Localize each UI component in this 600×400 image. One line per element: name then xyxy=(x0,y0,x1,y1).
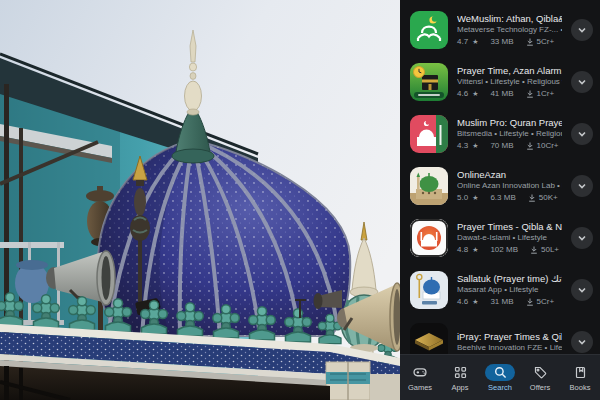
app-title: Prayer Times - Qibla & Namaz xyxy=(457,221,562,232)
screenshot-root: WeMuslim: Athan, Qibla&Quran Metaverse T… xyxy=(0,0,600,400)
nav-label: Search xyxy=(488,383,512,392)
downloads-icon xyxy=(530,246,538,254)
star-icon: ★ xyxy=(472,193,478,203)
app-list-item[interactable]: iPray: Prayer Times & Qibla Beehive Inno… xyxy=(400,316,600,354)
app-downloads: 10Cr+ xyxy=(537,141,559,151)
apps-grid-icon xyxy=(445,364,475,381)
app-title: WeMuslim: Athan, Qibla&Quran xyxy=(457,13,562,24)
app-size: 33 MB xyxy=(490,37,513,47)
app-subtitle: Dawat-e-Islami • Lifestyle xyxy=(457,233,562,243)
app-subtitle: Metaverse Technology FZ-... • Lifestyle xyxy=(457,25,562,35)
muslim-pro-red-mosque-icon xyxy=(410,115,448,153)
app-stats: 5.0★ 6.3 MB 50K+ xyxy=(457,193,562,203)
expand-chevron-button[interactable] xyxy=(571,227,593,249)
star-icon: ★ xyxy=(472,245,478,255)
gamepad-icon xyxy=(405,364,435,381)
app-stats: 4.6★ 41 MB 1Cr+ xyxy=(457,89,562,99)
search-icon xyxy=(485,364,515,381)
app-title: Prayer Time, Azan Alarm, Qibla xyxy=(457,65,562,76)
app-downloads: 5Cr+ xyxy=(537,37,555,47)
app-downloads: 1Cr+ xyxy=(537,89,555,99)
app-downloads: 50K+ xyxy=(539,193,558,203)
app-subtitle: Masarat App • Lifestyle xyxy=(457,285,562,295)
app-list-item[interactable]: Sallatuk (Prayer time) صلاتك Masarat App… xyxy=(400,264,600,316)
app-size: 6.3 MB xyxy=(490,193,515,203)
nav-label: Books xyxy=(570,383,591,392)
app-stats: 4.6★ 31 MB 5Cr+ xyxy=(457,297,562,307)
app-list-item[interactable]: Prayer Times - Qibla & Namaz Dawat-e-Isl… xyxy=(400,212,600,264)
app-meta: OnlineAzan Online Azan Innovation Lab • … xyxy=(457,169,562,203)
app-meta: WeMuslim: Athan, Qibla&Quran Metaverse T… xyxy=(457,13,562,47)
app-rating: 4.8 xyxy=(457,245,468,255)
nav-item-books[interactable]: Books xyxy=(560,355,600,400)
app-list-item[interactable]: WeMuslim: Athan, Qibla&Quran Metaverse T… xyxy=(400,4,600,56)
wemuslim-green-dome-icon xyxy=(410,11,448,49)
app-size: 70 MB xyxy=(490,141,513,151)
expand-chevron-button[interactable] xyxy=(571,279,593,301)
prayer-qibla-kaaba-icon xyxy=(410,63,448,101)
downloads-icon xyxy=(526,298,534,306)
nav-label: Games xyxy=(408,383,432,392)
app-subtitle: Beehive Innovation FZE • Lifestyle xyxy=(457,343,562,353)
app-meta: Muslim Pro: Quran Prayer Times Bitsmedia… xyxy=(457,117,562,151)
expand-chevron-button[interactable] xyxy=(571,19,593,41)
nav-item-apps[interactable]: Apps xyxy=(440,355,480,400)
downloads-icon xyxy=(526,142,534,150)
book-icon xyxy=(565,364,595,381)
app-size: 102 MB xyxy=(490,245,518,255)
app-size: 41 MB xyxy=(490,89,513,99)
nav-label: Offers xyxy=(530,383,550,392)
app-title: Sallatuk (Prayer time) صلاتك xyxy=(457,273,562,284)
ipray-black-gold-kaaba-icon xyxy=(410,323,448,354)
nav-item-offers[interactable]: Offers xyxy=(520,355,560,400)
nav-item-games[interactable]: Games xyxy=(400,355,440,400)
app-meta: Sallatuk (Prayer time) صلاتك Masarat App… xyxy=(457,273,562,307)
app-title: OnlineAzan xyxy=(457,169,562,180)
onlineazan-green-mosque-icon xyxy=(410,167,448,205)
expand-chevron-button[interactable] xyxy=(571,331,593,353)
app-meta: Prayer Time, Azan Alarm, Qibla Vittensi … xyxy=(457,65,562,99)
app-stats: 4.3★ 70 MB 10Cr+ xyxy=(457,141,562,151)
app-rating: 4.7 xyxy=(457,37,468,47)
app-stats: 4.7★ 33 MB 5Cr+ xyxy=(457,37,562,47)
downloads-icon xyxy=(526,38,534,46)
app-list-item[interactable]: Prayer Time, Azan Alarm, Qibla Vittensi … xyxy=(400,56,600,108)
offer-tag-icon xyxy=(525,364,555,381)
app-subtitle: Vittensi • Lifestyle • Religious text xyxy=(457,77,562,87)
mosque-photo-art xyxy=(0,0,400,400)
bottom-nav: Games Apps Search Offers xyxy=(400,354,600,400)
app-title: iPray: Prayer Times & Qibla xyxy=(457,331,562,342)
star-icon: ★ xyxy=(472,37,478,47)
mosque-photo xyxy=(0,0,400,400)
app-list-item[interactable]: Muslim Pro: Quran Prayer Times Bitsmedia… xyxy=(400,108,600,160)
app-list-item[interactable]: OnlineAzan Online Azan Innovation Lab • … xyxy=(400,160,600,212)
app-results-list: WeMuslim: Athan, Qibla&Quran Metaverse T… xyxy=(400,0,600,354)
app-meta: Prayer Times - Qibla & Namaz Dawat-e-Isl… xyxy=(457,221,562,255)
star-icon: ★ xyxy=(472,141,478,151)
app-rating: 4.3 xyxy=(457,141,468,151)
downloads-icon xyxy=(528,194,536,202)
expand-chevron-button[interactable] xyxy=(571,123,593,145)
app-size: 31 MB xyxy=(490,297,513,307)
app-subtitle: Online Azan Innovation Lab • Events xyxy=(457,181,562,191)
nav-item-search[interactable]: Search xyxy=(480,355,520,400)
play-store-panel: WeMuslim: Athan, Qibla&Quran Metaverse T… xyxy=(400,0,600,400)
app-title: Muslim Pro: Quran Prayer Times xyxy=(457,117,562,128)
app-subtitle: Bitsmedia • Lifestyle • Religious text xyxy=(457,129,562,139)
star-icon: ★ xyxy=(472,89,478,99)
downloads-icon xyxy=(526,90,534,98)
app-downloads: 50L+ xyxy=(541,245,559,255)
app-rating: 4.6 xyxy=(457,89,468,99)
sallatuk-blue-dome-icon xyxy=(410,271,448,309)
app-meta: iPray: Prayer Times & Qibla Beehive Inno… xyxy=(457,331,562,353)
app-downloads: 5Cr+ xyxy=(537,297,555,307)
star-icon: ★ xyxy=(472,297,478,307)
expand-chevron-button[interactable] xyxy=(571,175,593,197)
dawateislami-orange-circle-icon xyxy=(410,219,448,257)
app-rating: 5.0 xyxy=(457,193,468,203)
nav-label: Apps xyxy=(451,383,468,392)
app-rating: 4.6 xyxy=(457,297,468,307)
expand-chevron-button[interactable] xyxy=(571,71,593,93)
app-stats: 4.8★ 102 MB 50L+ xyxy=(457,245,562,255)
